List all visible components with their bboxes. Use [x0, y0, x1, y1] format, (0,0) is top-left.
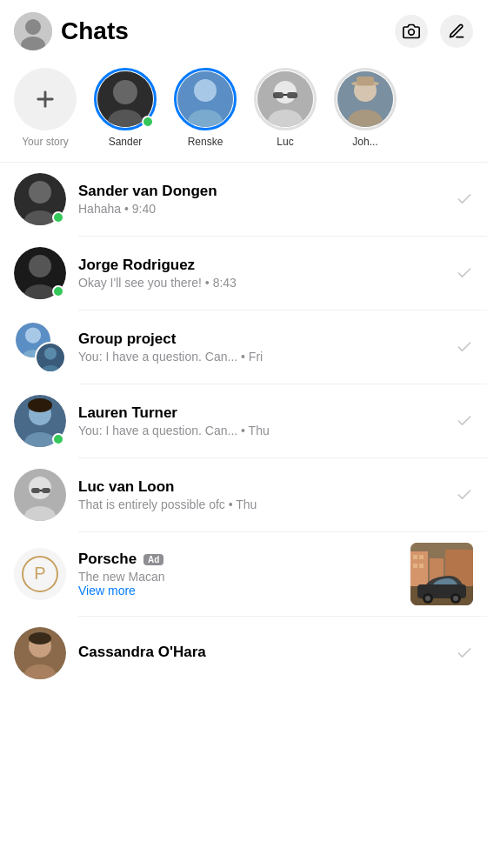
chat-item-sander-van-dongen[interactable]: Sander van Dongen Hahaha • 9:40: [0, 163, 487, 236]
chat-avatar-wrap-cassandra: [14, 627, 66, 679]
chat-avatar-wrap-lauren: [14, 395, 66, 447]
chat-info-cassandra: Cassandra O'Hara: [78, 644, 449, 663]
ad-badge: Ad: [143, 554, 163, 565]
story-label-renske: Renske: [188, 136, 223, 148]
chat-avatar-wrap-jorge: [14, 247, 66, 299]
svg-rect-56: [419, 564, 424, 568]
chat-info-lauren: Lauren Turner You: I have a question. Ca…: [78, 404, 449, 437]
svg-rect-53: [413, 555, 417, 559]
svg-point-3: [409, 30, 415, 36]
svg-point-40: [29, 477, 51, 499]
svg-point-59: [425, 596, 430, 601]
chat-item-jorge-rodriguez[interactable]: Jorge Rodriguez Okay I'll see you there!…: [0, 237, 487, 310]
header-actions: [395, 15, 473, 48]
svg-point-7: [113, 80, 137, 104]
your-story-label: Your story: [22, 136, 69, 148]
svg-point-65: [29, 632, 51, 644]
add-story-button[interactable]: [14, 68, 77, 130]
user-avatar[interactable]: [14, 12, 52, 50]
story-avatar-joh: [337, 71, 393, 127]
story-label-luc: Luc: [277, 136, 293, 148]
chat-item-cassandra-ohara[interactable]: Cassandra O'Hara: [0, 617, 487, 690]
chat-name-luc: Luc van Loon: [78, 478, 449, 496]
story-item-sander[interactable]: Sander: [94, 68, 157, 148]
story-label-joh: Joh...: [352, 136, 377, 148]
story-avatar-wrap-renske: [174, 68, 237, 130]
chat-name-cassandra: Cassandra O'Hara: [78, 644, 449, 661]
svg-point-27: [29, 255, 51, 277]
svg-rect-15: [273, 92, 284, 98]
chat-list: Sander van Dongen Hahaha • 9:40 Jorge Ro…: [0, 163, 487, 690]
svg-point-24: [29, 181, 51, 204]
chat-preview-sander: Hahaha • 9:40: [78, 202, 449, 216]
group-avatar-2: [35, 342, 66, 373]
chat-avatar-wrap-luc: [14, 469, 66, 521]
chat-meta-luc: [456, 486, 473, 504]
story-item-luc[interactable]: Luc: [254, 68, 317, 148]
svg-rect-54: [419, 555, 424, 559]
svg-text:P: P: [34, 564, 45, 583]
chat-meta-cassandra: [456, 644, 473, 662]
chat-preview-lauren: You: I have a question. Can... • Thu: [78, 424, 449, 437]
chat-avatar-wrap-sander: [14, 173, 66, 225]
story-avatar-luc: [257, 71, 313, 127]
svg-rect-16: [287, 92, 297, 98]
chat-avatar-wrap-porsche: P: [14, 548, 66, 600]
svg-point-33: [44, 347, 57, 359]
story-avatar-renske: [177, 71, 233, 127]
chat-name-group: Group project: [78, 331, 449, 348]
chat-name-jorge: Jorge Rodriguez: [78, 257, 449, 274]
svg-point-1: [25, 19, 41, 35]
story-avatar-wrap-luc: [254, 68, 317, 130]
story-item-joh[interactable]: Joh...: [334, 68, 397, 148]
svg-rect-42: [31, 488, 40, 493]
chat-info-porsche: Porsche Ad The new Macan View more: [78, 551, 402, 598]
chat-avatar-luc: [14, 469, 66, 521]
chat-avatar-cassandra: [14, 627, 66, 679]
online-indicator-jorge: [52, 285, 64, 297]
svg-rect-43: [42, 488, 50, 493]
online-dot-sander: [142, 116, 154, 128]
chat-preview-jorge: Okay I'll see you there! • 8:43: [78, 276, 449, 290]
chat-name-lauren: Lauren Turner: [78, 404, 449, 422]
chat-preview-group: You: I have a question. Can... • Fri: [78, 350, 449, 364]
chat-item-group-project[interactable]: Group project You: I have a question. Ca…: [0, 310, 487, 384]
online-indicator-lauren: [52, 433, 64, 445]
chat-preview-luc: That is entirely possible ofc • Thu: [78, 497, 449, 511]
stories-strip: Your story Sander: [0, 59, 487, 162]
story-item-your-story[interactable]: Your story: [14, 68, 77, 148]
chat-name-wrap-porsche: Porsche Ad: [78, 551, 402, 568]
chat-item-porsche-ad[interactable]: P Porsche Ad The new Macan View more: [0, 532, 487, 616]
story-label-sander: Sander: [109, 136, 143, 148]
chat-info-luc: Luc van Loon That is entirely possible o…: [78, 478, 449, 511]
page-title: Chats: [61, 17, 395, 45]
chat-avatar-porsche: P: [14, 548, 66, 600]
chat-preview-porsche-line1: The new Macan: [78, 570, 402, 584]
svg-point-30: [25, 327, 41, 343]
online-indicator-sander: [52, 211, 64, 224]
ad-image-porsche: [410, 543, 473, 605]
svg-rect-55: [413, 564, 417, 568]
chat-meta-lauren: [456, 412, 473, 430]
chat-name-porsche: Porsche: [78, 551, 137, 568]
story-avatar-wrap-sander: [94, 68, 157, 130]
compose-button[interactable]: [440, 15, 473, 48]
svg-point-10: [194, 79, 217, 102]
chat-item-lauren-turner[interactable]: Lauren Turner You: I have a question. Ca…: [0, 384, 487, 457]
chat-meta-sander: [456, 190, 473, 208]
svg-rect-22: [357, 77, 374, 85]
chat-info-group: Group project You: I have a question. Ca…: [78, 331, 449, 364]
chat-meta-group: [456, 338, 473, 356]
chat-meta-jorge: [456, 264, 473, 282]
svg-point-38: [28, 398, 52, 412]
chat-preview-porsche-line2[interactable]: View more: [78, 584, 402, 598]
svg-point-61: [453, 596, 458, 601]
story-avatar-wrap-joh: [334, 68, 397, 130]
story-item-renske[interactable]: Renske: [174, 68, 237, 148]
header: Chats: [0, 0, 487, 59]
chat-avatar-group: [14, 321, 66, 373]
chat-name-sander: Sander van Dongen: [78, 183, 449, 200]
chat-info-jorge: Jorge Rodriguez Okay I'll see you there!…: [78, 257, 449, 290]
chat-item-luc-van-loon[interactable]: Luc van Loon That is entirely possible o…: [0, 458, 487, 531]
camera-button[interactable]: [395, 15, 428, 48]
